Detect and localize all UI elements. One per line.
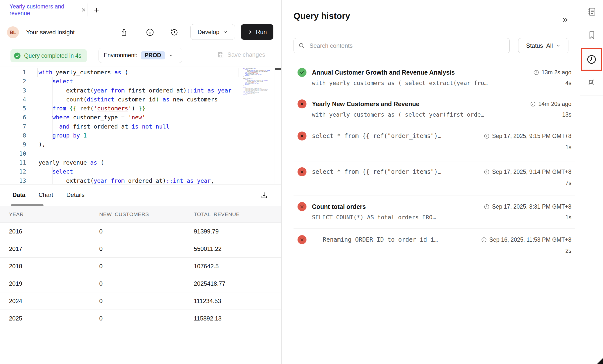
tab-bar: Yearly customers and revenue + (0, 0, 281, 20)
develop-dropdown[interactable]: Develop (190, 24, 235, 40)
history-item-title: Annual Customer Growth and Revenue Analy… (312, 69, 533, 76)
code-line[interactable]: where customer_type = 'new' (39, 113, 238, 122)
clock-icon (586, 54, 597, 65)
scrollbar-thumb[interactable] (275, 68, 281, 70)
editor-scrollbar[interactable] (274, 66, 281, 184)
table-row[interactable]: 20170550011.22 (0, 240, 281, 258)
history-item-timestamp: Sep 16, 2025, 11:53 PM GMT+8 (481, 236, 571, 243)
clock-icon (484, 133, 490, 139)
table-cell: 2025 (9, 315, 99, 322)
environment-selector[interactable]: Environment: PROD (99, 48, 182, 63)
code-line[interactable] (39, 149, 238, 158)
history-item[interactable]: Count total ordersSep 17, 2025, 8:31 PM … (298, 202, 571, 228)
results-table: YEARNEW_CUSTOMERSTOTAL_REVENUE 201609139… (0, 206, 281, 327)
code-line[interactable]: from {{ ref('customers') }} (39, 104, 238, 113)
line-number: 13 (0, 176, 26, 184)
code-line[interactable]: extract(year from ordered_at)::int as ye… (39, 176, 238, 184)
editor-minimap[interactable]: with yearly_customers as ( select extrac… (243, 68, 274, 108)
right-icon-rail (580, 0, 603, 364)
column-header: NEW_CUSTOMERS (99, 211, 194, 217)
history-item-title: Yearly New Customers and Revenue (312, 100, 530, 108)
results-tab-chart[interactable]: Chart (39, 191, 53, 198)
clock-icon (533, 69, 539, 76)
code-line[interactable]: select (39, 167, 238, 176)
close-tab-icon[interactable] (80, 6, 88, 14)
history-item-code-preview: with yearly_customers as ( select year(f… (312, 111, 557, 118)
history-item[interactable]: select * from {{ ref("order_items")…Sep … (298, 131, 571, 162)
code-line[interactable]: group by 1 (39, 131, 238, 140)
avatar: BL (7, 26, 19, 38)
line-number: 3 (0, 86, 26, 95)
history-item-timestamp: 14m 20s ago (530, 101, 571, 107)
save-icon (217, 51, 224, 58)
chevron-down-icon (168, 53, 173, 58)
info-button[interactable] (145, 27, 155, 38)
history-item-duration: 2s (565, 248, 571, 254)
compass-button[interactable] (587, 78, 597, 88)
history-item[interactable]: select * from {{ ref("order_items")…Sep … (298, 167, 571, 195)
table-cell: 107642.5 (194, 263, 281, 270)
tab-title: Yearly customers and revenue (9, 3, 74, 17)
history-item[interactable]: Annual Customer Growth and Revenue Analy… (298, 68, 571, 92)
table-row[interactable]: 201902025418.77 (0, 275, 281, 292)
table-row[interactable]: 2016091399.79 (0, 223, 281, 240)
notebook-button[interactable] (587, 6, 597, 17)
results-tab-data[interactable]: Data (12, 191, 25, 198)
query-status-badge: Query completed in 4s (10, 49, 87, 62)
save-changes-label: Save changes (227, 51, 265, 58)
history-item[interactable]: Yearly New Customers and Revenue14m 20s … (298, 99, 571, 122)
table-row[interactable]: 20250115892.13 (0, 310, 281, 327)
column-header: TOTAL_REVENUE (194, 211, 281, 217)
download-results-button[interactable] (259, 190, 270, 201)
history-item-timestamp: Sep 17, 2025, 8:31 PM GMT+8 (484, 203, 571, 210)
new-tab-button[interactable]: + (90, 3, 103, 16)
line-number: 4 (0, 95, 26, 104)
query-history-panel: Query history Status All Annual Customer… (282, 0, 580, 364)
line-number: 11 (0, 158, 26, 167)
table-row[interactable]: 20180107642.5 (0, 258, 281, 275)
code-line[interactable]: extract(year from first_ordered_at)::int… (39, 86, 238, 95)
version-history-button[interactable] (169, 27, 180, 38)
history-item-title: select * from {{ ref("order_items")… (312, 168, 484, 175)
table-cell: 0 (99, 315, 194, 322)
history-separator (294, 195, 575, 195)
history-item[interactable]: -- Renaming ORDER_ID to order_id i…Sep 1… (298, 235, 571, 262)
line-number: 9 (0, 140, 26, 149)
tab-yearly-customers[interactable]: Yearly customers and revenue (0, 0, 88, 20)
table-cell: 2025418.77 (194, 280, 281, 287)
indent-guide (38, 167, 38, 184)
error-status-icon (298, 167, 306, 176)
code-line[interactable]: and first_ordered_at is not null (39, 122, 238, 131)
bookmark-icon (587, 30, 597, 40)
code-line[interactable]: with yearly_customers as ( (39, 68, 238, 77)
share-button[interactable] (118, 27, 129, 38)
develop-label: Develop (198, 29, 219, 36)
clock-icon (530, 101, 536, 107)
table-cell: 0 (99, 245, 194, 252)
history-item-title: Count total orders (312, 203, 484, 210)
code-line[interactable]: yearly_revenue as ( (39, 158, 238, 167)
sql-editor[interactable]: 12345678910111213 with yearly_customers … (0, 66, 281, 184)
code-line[interactable]: ), (39, 140, 238, 149)
compass-icon (587, 78, 597, 88)
line-number: 12 (0, 167, 26, 176)
code-line[interactable]: count(distinct customer_id) as new_custo… (39, 95, 238, 104)
history-separator (294, 162, 575, 162)
insight-toolbar: BL Your saved insight Develop Run (0, 20, 281, 45)
results-tab-details[interactable]: Details (66, 191, 85, 198)
environment-label: Environment: (104, 52, 138, 59)
table-header-row: YEARNEW_CUSTOMERSTOTAL_REVENUE (0, 206, 281, 223)
line-number: 10 (0, 149, 26, 158)
table-cell: 2016 (9, 228, 99, 235)
code-line[interactable]: select (39, 77, 238, 86)
notebook-icon (587, 7, 597, 17)
save-changes-button[interactable]: Save changes (215, 51, 267, 58)
run-button[interactable]: Run (241, 24, 273, 40)
table-row[interactable]: 20240111234.53 (0, 292, 281, 310)
bookmark-button[interactable] (587, 30, 597, 40)
line-number: 6 (0, 113, 26, 122)
table-cell: 0 (99, 280, 194, 287)
results-tabs-row: DataChartDetails (12, 184, 85, 205)
code-area[interactable]: with yearly_customers as ( select extrac… (39, 68, 238, 184)
query-history-rail-button-active[interactable] (581, 48, 602, 71)
